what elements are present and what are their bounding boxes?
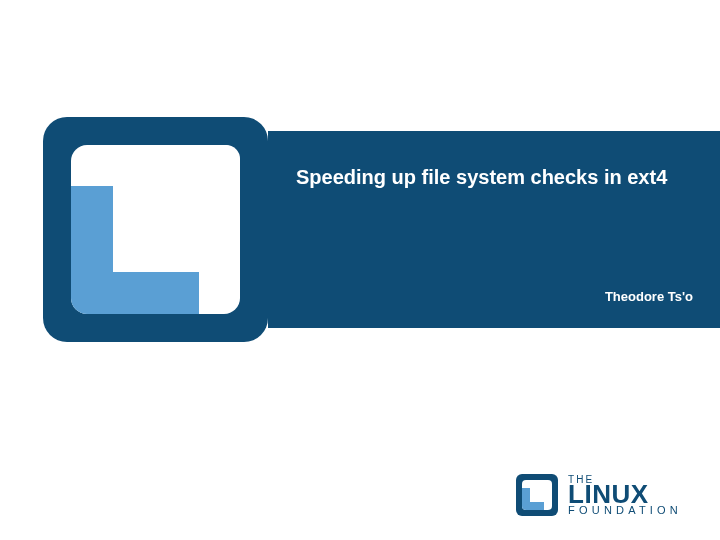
footer-logo-l-shape xyxy=(522,488,544,510)
title-panel: Speeding up file system checks in ext4 T… xyxy=(268,131,720,328)
footer-logo-mark xyxy=(516,474,558,516)
footer-logo-text: THE LINUX FOUNDATION xyxy=(568,475,682,516)
linux-foundation-footer-logo: THE LINUX FOUNDATION xyxy=(516,474,682,516)
title-slide-main: Speeding up file system checks in ext4 T… xyxy=(0,117,720,342)
footer-logo-foundation: FOUNDATION xyxy=(568,505,682,515)
slide-title: Speeding up file system checks in ext4 xyxy=(296,165,693,190)
slide-author: Theodore Ts'o xyxy=(605,289,693,304)
linux-foundation-logo-large xyxy=(43,117,268,342)
logo-cutout xyxy=(113,145,240,272)
